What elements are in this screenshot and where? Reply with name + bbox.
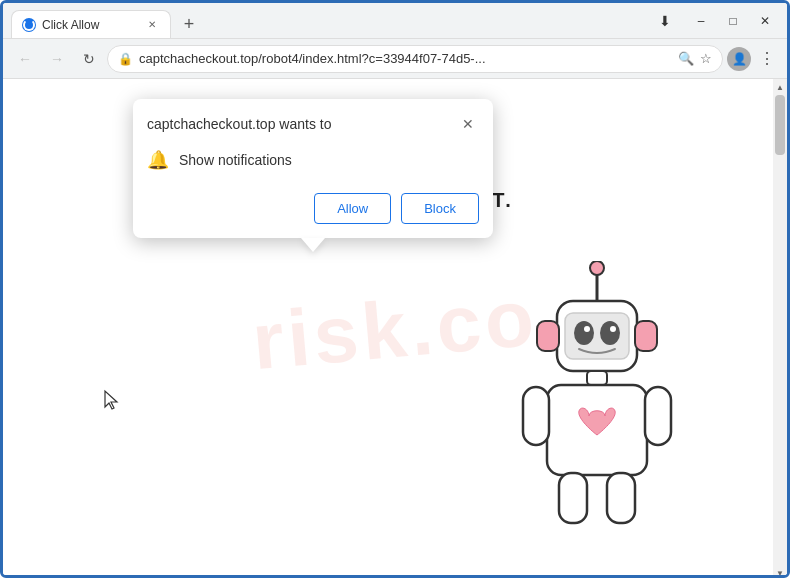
- popup-actions: Allow Block: [133, 185, 493, 238]
- tab-area: Click Allow ✕ +: [11, 3, 651, 38]
- search-icon[interactable]: 🔍: [678, 51, 694, 66]
- popup-close-button[interactable]: ✕: [457, 113, 479, 135]
- scroll-down-arrow[interactable]: ▼: [773, 565, 787, 578]
- maximize-button[interactable]: □: [719, 7, 747, 35]
- title-bar: Click Allow ✕ + ⬇ – □ ✕: [3, 3, 787, 39]
- scrollbar[interactable]: ▲ ▼: [773, 79, 787, 578]
- svg-point-7: [610, 326, 616, 332]
- svg-rect-14: [559, 473, 587, 523]
- tab-favicon: [22, 18, 36, 32]
- profile-icon[interactable]: 👤: [727, 47, 751, 71]
- allow-button[interactable]: Allow: [314, 193, 391, 224]
- bell-icon: 🔔: [147, 149, 169, 171]
- notification-popup: captchacheckout.top wants to ✕ 🔔 Show no…: [133, 99, 493, 238]
- window-controls: – □ ✕: [687, 7, 779, 35]
- scroll-up-arrow[interactable]: ▲: [773, 79, 787, 95]
- popup-notification-text: Show notifications: [179, 152, 292, 168]
- forward-button[interactable]: →: [43, 45, 71, 73]
- lock-icon: 🔒: [118, 52, 133, 66]
- tab-close-button[interactable]: ✕: [144, 17, 160, 33]
- robot-image: [507, 261, 727, 578]
- address-bar[interactable]: 🔒 captchacheckout.top/robot4/index.html?…: [107, 45, 723, 73]
- svg-point-6: [584, 326, 590, 332]
- svg-rect-15: [607, 473, 635, 523]
- bookmark-icon[interactable]: ☆: [700, 51, 712, 66]
- back-button[interactable]: ←: [11, 45, 39, 73]
- svg-rect-10: [587, 371, 607, 385]
- svg-point-5: [600, 321, 620, 345]
- new-tab-button[interactable]: +: [175, 10, 203, 38]
- svg-point-4: [574, 321, 594, 345]
- popup-header: captchacheckout.top wants to ✕: [133, 99, 493, 143]
- popup-notification-row: 🔔 Show notifications: [133, 143, 493, 185]
- svg-rect-9: [635, 321, 657, 351]
- popup-triangle: [301, 238, 325, 252]
- menu-button[interactable]: ⋮: [755, 45, 779, 72]
- svg-rect-13: [645, 387, 671, 445]
- scroll-track: [773, 95, 787, 565]
- tab-label: Click Allow: [42, 18, 138, 32]
- popup-title: captchacheckout.top wants to: [147, 116, 331, 132]
- refresh-button[interactable]: ↻: [75, 45, 103, 73]
- address-text: captchacheckout.top/robot4/index.html?c=…: [139, 51, 672, 66]
- page-content: risk.co CH ARE NOT A ROBOT.: [3, 79, 787, 578]
- svg-rect-8: [537, 321, 559, 351]
- svg-rect-12: [523, 387, 549, 445]
- block-button[interactable]: Block: [401, 193, 479, 224]
- active-tab[interactable]: Click Allow ✕: [11, 10, 171, 38]
- svg-point-1: [590, 261, 604, 275]
- close-button[interactable]: ✕: [751, 7, 779, 35]
- chrome-download-icon: ⬇: [651, 7, 679, 35]
- nav-bar: ← → ↻ 🔒 captchacheckout.top/robot4/index…: [3, 39, 787, 79]
- scroll-thumb[interactable]: [775, 95, 785, 155]
- minimize-button[interactable]: –: [687, 7, 715, 35]
